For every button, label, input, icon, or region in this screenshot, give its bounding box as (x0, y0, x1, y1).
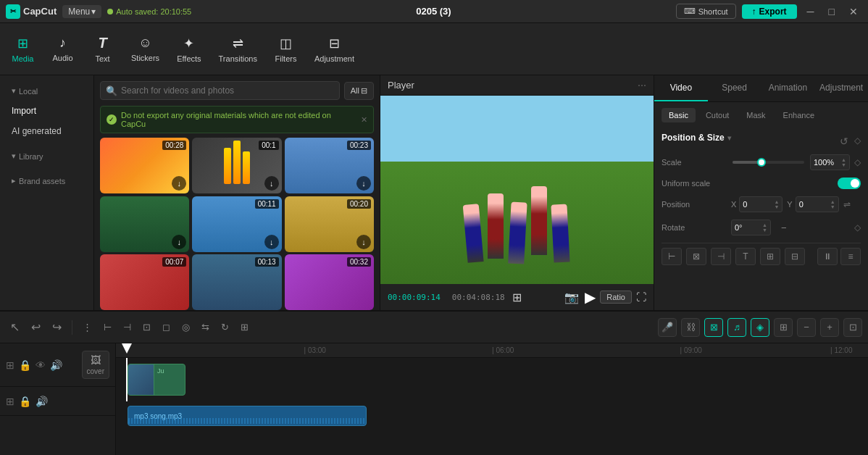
x-down-arrow[interactable]: ▼ (774, 204, 779, 209)
toolbar-stickers[interactable]: ☺ Stickers (122, 31, 168, 67)
y-spinners[interactable]: ▲ ▼ (830, 199, 835, 209)
scale-slider[interactable] (733, 161, 804, 164)
snap-button[interactable]: ⊠ (704, 318, 723, 337)
maximize-button[interactable]: □ (825, 4, 839, 19)
audio-track-audio-icon[interactable]: 🔊 (36, 396, 48, 407)
rotate-input[interactable]: 0° ▲ ▼ (731, 220, 771, 235)
align-center-v-button[interactable]: ⊞ (760, 248, 780, 265)
camera-button[interactable]: 📷 (563, 289, 580, 306)
align-right-button[interactable]: ⊣ (711, 248, 731, 265)
toolbar-text[interactable]: T Text (83, 30, 122, 67)
search-input[interactable] (100, 81, 340, 100)
redo-button[interactable]: ↪ (48, 317, 66, 337)
video-track-lock-icon[interactable]: 🔒 (19, 359, 31, 371)
video-thumb-9[interactable]: 00:32 (285, 254, 374, 310)
import-item[interactable]: Import (3, 101, 91, 120)
local-section[interactable]: ▾ Local (3, 82, 91, 100)
link-clips-button[interactable]: ⛓ (681, 318, 700, 337)
player-menu-icon[interactable]: ⋯ (638, 80, 646, 91)
rotate-down-arrow[interactable]: ▼ (762, 228, 767, 233)
undo-button[interactable]: ↩ (27, 317, 45, 337)
align-text-button[interactable]: T (735, 248, 756, 265)
ratio-button[interactable]: Ratio (600, 291, 632, 304)
toolbar-filters[interactable]: ◫ Filters (266, 31, 306, 67)
scale-slider-thumb[interactable] (757, 158, 766, 167)
rotate-spinners[interactable]: ▲ ▼ (762, 222, 767, 233)
cursor-tool-button[interactable]: ↖ (6, 317, 24, 337)
scale-keyframe-icon[interactable]: ◇ (854, 157, 861, 167)
video-track-audio-icon[interactable]: 🔊 (50, 359, 62, 371)
align-center-h-button[interactable]: ⊠ (686, 248, 706, 265)
tab-video[interactable]: Video (654, 75, 708, 101)
close-button[interactable]: ✕ (845, 4, 862, 19)
crop-button[interactable]: ◻ (158, 319, 175, 335)
scale-down-arrow[interactable]: ▼ (841, 162, 846, 167)
position-y-input[interactable]: 0 ▲ ▼ (796, 196, 839, 212)
video-thumb-2[interactable]: 00:1 ↓ (192, 138, 281, 193)
video-thumb-4[interactable]: ↓ (100, 196, 189, 252)
toolbar-effects[interactable]: ✦ Effects (168, 31, 209, 67)
video-thumb-8[interactable]: 00:13 (192, 254, 281, 310)
delete-clip-button[interactable]: ⊡ (138, 319, 155, 335)
tab-adjustment[interactable]: Adjustment (814, 75, 868, 101)
video-thumb-1[interactable]: 00:28 ↓ (100, 138, 189, 193)
library-section[interactable]: ▾ Library (3, 147, 91, 165)
position-keyframe-icon[interactable]: ⇌ (843, 199, 851, 209)
minimize-button[interactable]: ─ (803, 4, 819, 19)
shortcut-button[interactable]: ⌨ Shortcut (676, 4, 736, 19)
video-thumb-3[interactable]: 00:23 ↓ (285, 138, 374, 193)
flip-button[interactable]: ⇆ (197, 319, 214, 335)
y-up-arrow[interactable]: ▲ (830, 199, 835, 204)
brand-assets-section[interactable]: ▸ Brand assets (3, 172, 91, 190)
ai-generated-item[interactable]: AI generated (3, 122, 91, 141)
keyframe-icon[interactable]: ◇ (854, 135, 861, 147)
tab-speed[interactable]: Speed (708, 75, 761, 101)
x-spinners[interactable]: ▲ ▼ (774, 199, 779, 209)
play-button[interactable]: ▶ (585, 288, 596, 306)
toolbar-adjustment[interactable]: ⊟ Adjustment (306, 31, 363, 67)
tab-animation[interactable]: Animation (761, 75, 815, 101)
scale-spinners[interactable]: ▲ ▼ (841, 157, 846, 167)
subtab-cutout[interactable]: Cutout (698, 108, 736, 122)
download-icon-5[interactable]: ↓ (264, 235, 279, 249)
download-icon-3[interactable]: ↓ (356, 176, 371, 191)
fullscreen-button[interactable]: ⛶ (636, 291, 646, 303)
subtab-enhance[interactable]: Enhance (776, 108, 822, 122)
minus-zoom-button[interactable]: − (797, 318, 816, 337)
reset-icon[interactable]: ↺ (840, 135, 848, 147)
toolbar-audio[interactable]: ♪ Audio (43, 31, 83, 67)
toolbar-transitions[interactable]: ⇌ Transitions (210, 31, 266, 67)
audio-snap-button[interactable]: ♬ (727, 318, 746, 337)
close-notice-button[interactable]: ✕ (361, 115, 367, 125)
download-icon-4[interactable]: ↓ (172, 235, 186, 249)
all-filter-button[interactable]: All ⊟ (344, 82, 374, 100)
audio-track-add-icon[interactable]: ⊞ (6, 396, 14, 407)
menu-button[interactable]: Menu ▾ (62, 5, 101, 18)
video-track-add-icon[interactable]: ⊞ (6, 359, 14, 371)
align-left-button[interactable]: ⊢ (662, 248, 682, 265)
y-down-arrow[interactable]: ▼ (830, 204, 835, 209)
uniform-scale-toggle[interactable] (838, 178, 861, 189)
adjust-clip-button[interactable]: ⊞ (236, 319, 253, 335)
x-up-arrow[interactable]: ▲ (774, 199, 779, 204)
align-bottom-button[interactable]: ⊟ (785, 248, 805, 265)
rotate-minus-button[interactable]: − (781, 222, 787, 233)
pip-button[interactable]: ⊞ (774, 318, 793, 337)
rotate-up-arrow[interactable]: ▲ (762, 222, 767, 228)
rotate-clip-button[interactable]: ↻ (217, 319, 233, 335)
video-track-eye-icon[interactable]: 👁 (36, 359, 46, 371)
position-x-input[interactable]: 0 ▲ ▼ (739, 196, 783, 212)
video-clip-1[interactable]: Ju (128, 364, 185, 396)
rotate-keyframe-icon[interactable]: ◇ (854, 222, 861, 233)
toolbar-media[interactable]: ⊞ Media (3, 31, 43, 67)
video-thumb-5[interactable]: 00:11 ↓ (192, 196, 281, 252)
pause-button[interactable]: ⏸ (817, 248, 838, 265)
trim-start-button[interactable]: ⊢ (99, 319, 116, 335)
video-thumb-7[interactable]: 00:07 (100, 254, 189, 310)
mic-button[interactable]: 🎤 (658, 318, 677, 337)
subtab-basic[interactable]: Basic (662, 108, 696, 122)
timeline-view-button[interactable]: ⊞ (511, 289, 523, 306)
fullscreen-timeline-button[interactable]: ⊡ (843, 318, 862, 337)
video-thumb-6[interactable]: 00:20 ↓ (285, 196, 374, 252)
audio-clip-1[interactable]: mp3 song.mp3 (128, 406, 367, 426)
